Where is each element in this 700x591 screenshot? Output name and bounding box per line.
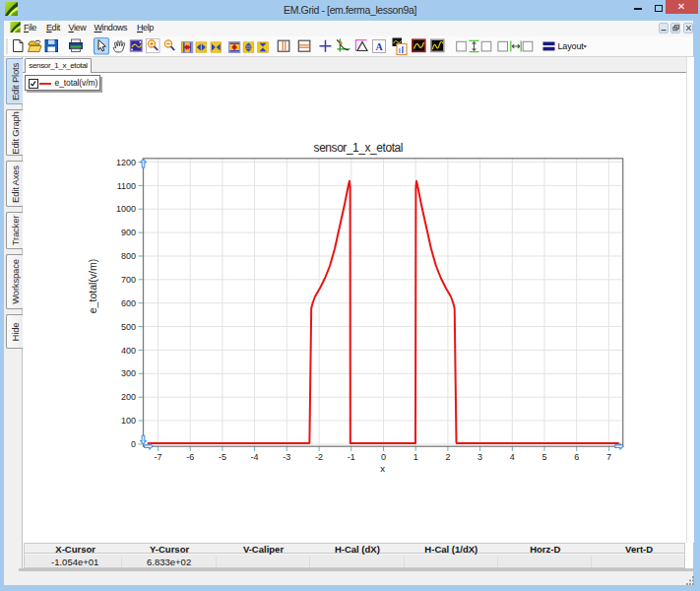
svg-text:0: 0 (131, 439, 136, 449)
svg-text:200: 200 (121, 392, 136, 402)
svg-text:e_total(v/m): e_total(v/m) (87, 259, 98, 313)
svg-text:1000: 1000 (116, 204, 136, 214)
svg-text:1: 1 (414, 452, 418, 462)
svg-text:0: 0 (381, 452, 386, 462)
svg-text:-7: -7 (154, 452, 161, 462)
svg-text:-3: -3 (283, 452, 290, 462)
svg-text:100: 100 (121, 416, 136, 426)
svg-text:4: 4 (510, 452, 515, 462)
svg-text:1200: 1200 (116, 158, 136, 167)
svg-text:300: 300 (121, 368, 136, 378)
svg-text:600: 600 (121, 298, 136, 308)
svg-text:-2: -2 (315, 452, 323, 462)
svg-text:800: 800 (121, 251, 136, 261)
svg-text:-1: -1 (348, 452, 355, 462)
svg-text:-4: -4 (251, 452, 259, 462)
svg-text:6: 6 (574, 452, 579, 462)
svg-text:sensor_1_x_etotal: sensor_1_x_etotal (314, 141, 403, 155)
svg-text:700: 700 (121, 275, 136, 285)
svg-text:400: 400 (121, 346, 136, 356)
svg-text:-6: -6 (186, 452, 194, 462)
svg-text:-5: -5 (219, 452, 226, 462)
svg-text:x: x (380, 463, 385, 474)
svg-text:500: 500 (121, 322, 136, 332)
svg-text:5: 5 (541, 452, 546, 462)
svg-text:900: 900 (121, 228, 136, 237)
svg-text:2: 2 (445, 452, 450, 462)
svg-text:7: 7 (606, 452, 611, 462)
svg-text:1100: 1100 (117, 181, 136, 191)
svg-text:3: 3 (477, 452, 482, 462)
